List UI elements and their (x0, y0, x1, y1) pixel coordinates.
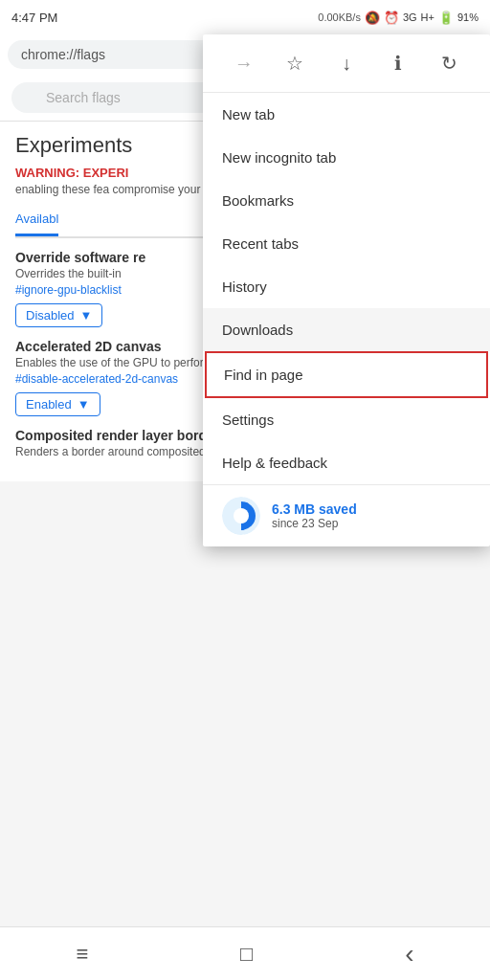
flag2-control[interactable]: Enabled ▼ (15, 392, 100, 416)
menu-item-new-incognito-tab[interactable]: New incognito tab (203, 136, 490, 179)
menu-item-new-tab[interactable]: New tab (203, 93, 490, 136)
menu-item-help-feedback[interactable]: Help & feedback (203, 441, 490, 484)
download-button[interactable]: ↓ (329, 46, 364, 80)
search-placeholder: Search flags (46, 90, 121, 105)
dropdown-arrow-icon: ▼ (80, 308, 93, 323)
data-saver-icon (222, 497, 260, 535)
flag1-control[interactable]: Disabled ▼ (15, 303, 102, 327)
forward-button[interactable]: → (227, 46, 261, 80)
menu-item-find-in-page[interactable]: Find in page (205, 351, 488, 398)
status-time: 4:47 PM (11, 11, 57, 25)
data-saver-amount: 6.3 MB saved (272, 501, 357, 517)
status-indicators: 0.00KB/s 🔕 ⏰ 3G H+ 🔋 91% (318, 11, 479, 25)
signal-h-plus: H+ (421, 11, 434, 23)
menu-nav-button[interactable]: ≡ (68, 934, 96, 974)
clock-icon: ⏰ (384, 11, 399, 25)
refresh-button[interactable]: ↻ (432, 46, 466, 80)
menu-item-settings[interactable]: Settings (203, 398, 490, 441)
bookmark-button[interactable]: ☆ (278, 46, 312, 80)
dropdown-toolbar: → ☆ ↓ ℹ ↻ (203, 34, 490, 93)
network-speed: 0.00KB/s (318, 11, 361, 23)
menu-item-recent-tabs[interactable]: Recent tabs (203, 222, 490, 265)
status-bar: 4:47 PM 0.00KB/s 🔕 ⏰ 3G H+ 🔋 91% (0, 0, 490, 34)
signal-3g: 3G (403, 11, 417, 23)
menu-items-container: New tabNew incognito tabBookmarksRecent … (203, 93, 490, 484)
dropdown-arrow-icon-2: ▼ (78, 397, 90, 412)
home-nav-button[interactable]: □ (233, 934, 260, 974)
dropdown-menu: → ☆ ↓ ℹ ↻ New tabNew incognito tabBookma… (203, 34, 490, 546)
info-button[interactable]: ℹ (381, 46, 415, 80)
back-nav-button[interactable]: ‹ (397, 931, 421, 977)
tab-available[interactable]: Availabl (15, 212, 58, 236)
bottom-nav: ≡ □ ‹ (0, 926, 490, 980)
alarm-icon: 🔕 (365, 11, 380, 25)
svg-point-1 (234, 508, 249, 523)
menu-item-history[interactable]: History (203, 265, 490, 308)
menu-item-bookmarks[interactable]: Bookmarks (203, 179, 490, 222)
time-label: 4:47 PM (11, 11, 57, 25)
battery-icon: 🔋 (438, 11, 454, 25)
address-url: chrome://flags (21, 47, 105, 62)
menu-item-downloads[interactable]: Downloads (203, 308, 490, 351)
battery-percent: 91% (457, 11, 479, 23)
data-saver-row: 6.3 MB saved since 23 Sep (203, 484, 490, 546)
data-saver-since: since 23 Sep (272, 517, 357, 530)
flag1-link[interactable]: #ignore-gpu-blacklist (15, 283, 122, 297)
data-saver-text: 6.3 MB saved since 23 Sep (272, 501, 357, 530)
flag2-link[interactable]: #disable-accelerated-2d-canvas (15, 372, 178, 386)
